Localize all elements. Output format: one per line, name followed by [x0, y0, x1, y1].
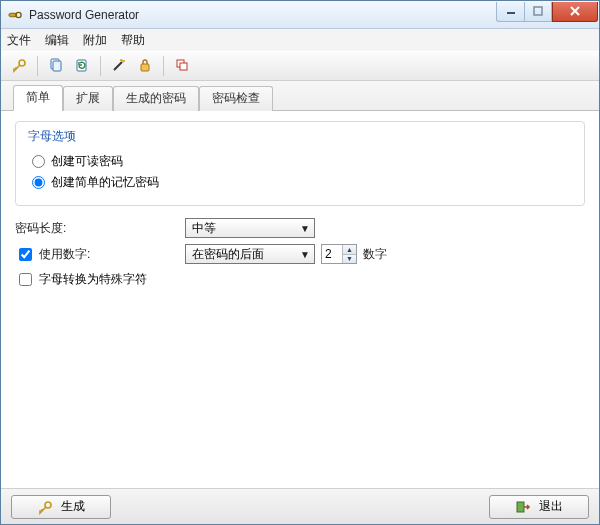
tab-check[interactable]: 密码检查 — [199, 86, 273, 111]
stack-icon — [174, 57, 190, 76]
length-label: 密码长度: — [15, 220, 185, 237]
digits-position-value: 在密码的后面 — [192, 246, 264, 263]
tab-simple[interactable]: 简单 — [13, 85, 63, 111]
generate-label: 生成 — [61, 498, 85, 515]
svg-rect-6 — [53, 61, 61, 71]
key-icon — [37, 499, 53, 515]
exit-icon — [515, 499, 531, 515]
stepper-down[interactable]: ▼ — [343, 255, 356, 264]
wand-icon — [111, 57, 127, 76]
tab-strip: 简单 扩展 生成的密码 密码检查 — [1, 81, 599, 111]
toolbar — [1, 51, 599, 81]
special-label: 字母转换为特殊字符 — [39, 271, 147, 288]
footer-bar: 生成 退出 — [1, 488, 599, 524]
special-row: 字母转换为特殊字符 — [15, 270, 585, 289]
toolbar-separator — [37, 56, 38, 76]
stepper-buttons: ▲ ▼ — [342, 245, 356, 263]
length-row: 密码长度: 中等 ▼ — [15, 218, 585, 238]
length-value: 中等 — [192, 220, 216, 237]
toolbar-copy-button[interactable] — [44, 54, 68, 78]
tab-extended[interactable]: 扩展 — [63, 86, 113, 111]
chevron-down-icon: ▼ — [300, 223, 310, 234]
key-icon — [11, 57, 27, 76]
use-digits-label: 使用数字: — [39, 246, 90, 263]
radio-readable-label: 创建可读密码 — [51, 153, 123, 170]
radio-memorable[interactable] — [32, 176, 45, 189]
window-title: Password Generator — [29, 8, 496, 22]
svg-rect-10 — [180, 63, 187, 70]
menu-extra[interactable]: 附加 — [83, 32, 107, 49]
chevron-down-icon: ▼ — [300, 249, 310, 260]
toolbar-lock-button[interactable] — [133, 54, 157, 78]
minimize-button[interactable] — [496, 2, 524, 22]
title-bar: Password Generator — [1, 1, 599, 29]
close-button[interactable] — [552, 2, 598, 22]
toolbar-refresh-button[interactable] — [70, 54, 94, 78]
generate-button[interactable]: 生成 — [11, 495, 111, 519]
radio-readable-row[interactable]: 创建可读密码 — [32, 153, 572, 170]
menu-edit[interactable]: 编辑 — [45, 32, 69, 49]
app-window: Password Generator 文件 编辑 附加 帮助 — [0, 0, 600, 525]
tab-generated[interactable]: 生成的密码 — [113, 86, 199, 111]
special-checkbox[interactable] — [19, 273, 32, 286]
digits-position-select[interactable]: 在密码的后面 ▼ — [185, 244, 315, 264]
exit-label: 退出 — [539, 498, 563, 515]
group-legend: 字母选项 — [28, 128, 76, 145]
maximize-button[interactable] — [524, 2, 552, 22]
digits-tail-label: 数字 — [363, 246, 387, 263]
letter-options-group: 字母选项 创建可读密码 创建简单的记忆密码 — [15, 121, 585, 206]
toolbar-stack-button[interactable] — [170, 54, 194, 78]
svg-rect-3 — [534, 7, 542, 15]
menu-bar: 文件 编辑 附加 帮助 — [1, 29, 599, 51]
digits-count-stepper[interactable]: 2 ▲ ▼ — [321, 244, 357, 264]
app-icon — [7, 7, 23, 23]
tab-content: 字母选项 创建可读密码 创建简单的记忆密码 密码长度: 中等 ▼ 使用数字: — [1, 111, 599, 488]
toolbar-separator — [100, 56, 101, 76]
radio-memorable-row[interactable]: 创建简单的记忆密码 — [32, 174, 572, 191]
length-select[interactable]: 中等 ▼ — [185, 218, 315, 238]
copy-icon — [48, 57, 64, 76]
menu-file[interactable]: 文件 — [7, 32, 31, 49]
svg-rect-8 — [141, 64, 149, 71]
menu-help[interactable]: 帮助 — [121, 32, 145, 49]
toolbar-wand-button[interactable] — [107, 54, 131, 78]
radio-readable[interactable] — [32, 155, 45, 168]
refresh-icon — [74, 57, 90, 76]
stepper-up[interactable]: ▲ — [343, 245, 356, 255]
use-digits-cell: 使用数字: — [15, 245, 185, 264]
digits-row: 使用数字: 在密码的后面 ▼ 2 ▲ ▼ 数字 — [15, 244, 585, 264]
svg-rect-12 — [517, 502, 524, 512]
digits-count-value: 2 — [322, 245, 342, 263]
toolbar-separator — [163, 56, 164, 76]
toolbar-key-button[interactable] — [7, 54, 31, 78]
exit-button[interactable]: 退出 — [489, 495, 589, 519]
radio-memorable-label: 创建简单的记忆密码 — [51, 174, 159, 191]
window-controls — [496, 2, 598, 22]
svg-rect-2 — [507, 12, 515, 14]
use-digits-checkbox[interactable] — [19, 248, 32, 261]
lock-icon — [137, 57, 153, 76]
